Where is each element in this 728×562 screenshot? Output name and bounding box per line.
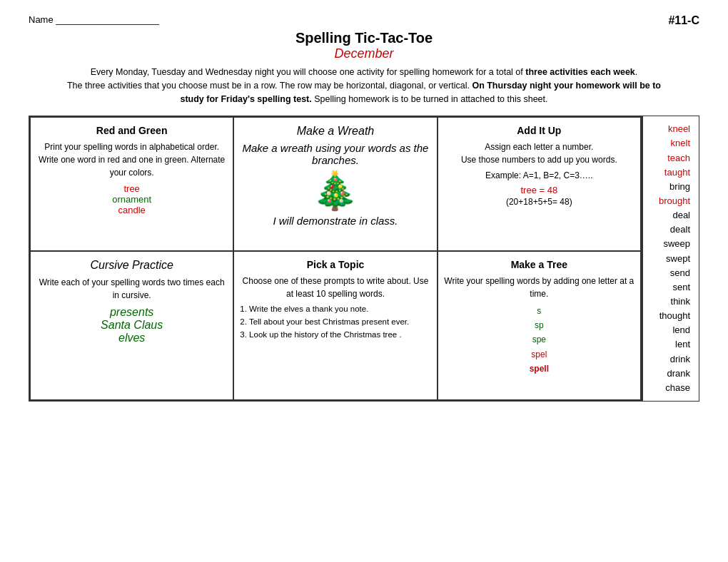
word-list-item: taught [652, 165, 690, 180]
tree-building-words: s sp spe spel spell [444, 305, 635, 376]
cell-make-wreath: Make a Wreath Make a wreath using your w… [233, 117, 437, 251]
word-list-item: dealt [652, 223, 690, 237]
word-list-item: deal [652, 208, 690, 223]
word-list-item: sent [652, 280, 690, 295]
word-list-item: swept [652, 252, 690, 266]
cell-cursive-practice: Cursive Practice Write each of your spel… [30, 251, 233, 400]
word-list-item: knelt [652, 136, 690, 150]
word-list-item: brought [652, 194, 690, 208]
cell1-body: Print your spelling words in alphabetica… [36, 140, 227, 179]
instruction-line2: The three activities that you choose mus… [67, 81, 661, 104]
cell2-body: I will demonstrate in class. [240, 215, 430, 227]
cell-add-it-up: Add It Up Assign each letter a number. U… [438, 117, 641, 251]
cell4-title: Cursive Practice [36, 259, 227, 272]
tree-s: s [537, 305, 541, 318]
word-list-item: bring [652, 180, 690, 194]
cell6-title: Make a Tree [444, 259, 635, 270]
cell4-word3: elves [36, 332, 227, 344]
word-list-item: send [652, 266, 690, 280]
assignment-id: #11-C [668, 14, 699, 27]
cell-make-tree: Make a Tree Write your spelling words by… [438, 251, 641, 400]
cell3-tree-eq: tree = 48 [444, 185, 635, 195]
tree-spell: spell [530, 362, 549, 376]
cell1-title: Red and Green [36, 125, 227, 136]
cell6-body: Write your spelling words by adding one … [444, 275, 635, 300]
wreath-icon: 🎄 [240, 172, 430, 209]
cell3-title: Add It Up [444, 125, 635, 136]
cell-pick-topic: Pick a Topic Choose one of these prompts… [233, 251, 437, 400]
tree-spe: spe [532, 333, 546, 347]
cell5-item3: 3. Look up the history of the Christmas … [240, 329, 430, 342]
name-line: Name ____________________ [29, 14, 159, 25]
instruction-line1: Every Monday, Tuesday and Wednesday nigh… [91, 67, 638, 77]
cell2-title2: Make a wreath using your words as the br… [240, 142, 430, 166]
word-list-item: kneel [652, 122, 690, 136]
word-list-item: sweep [652, 237, 690, 251]
word-list-item: drank [652, 367, 690, 381]
activity-grid: Red and Green Print your spelling words … [29, 116, 642, 402]
word-list: kneelkneltteachtaughtbringbroughtdealdea… [642, 116, 699, 402]
cell5-body: Choose one of these prompts to write abo… [240, 275, 430, 300]
word-list-item: think [652, 295, 690, 309]
cell1-word3: candle [36, 205, 227, 215]
cell3-body2: Use those numbers to add up you words. [444, 153, 635, 166]
cell5-item1: 1. Write the elves a thank you note. [240, 303, 430, 316]
word-list-item: lent [652, 337, 690, 352]
word-list-item: lend [652, 323, 690, 337]
word-list-item: drink [652, 352, 690, 367]
cell5-list: 1. Write the elves a thank you note. 2. … [240, 303, 430, 341]
cell4-body: Write each of your spelling words two ti… [36, 276, 227, 302]
cell2-title1: Make a Wreath [240, 125, 430, 138]
word-list-item: teach [652, 151, 690, 165]
subtitle: December [29, 46, 699, 61]
cell3-body1: Assign each letter a number. [444, 140, 635, 153]
cell-red-green: Red and Green Print your spelling words … [30, 117, 233, 251]
tree-spel: spel [531, 348, 547, 362]
cell5-item2: 2. Tell about your best Christmas presen… [240, 316, 430, 329]
cell5-title: Pick a Topic [240, 259, 430, 270]
cell1-word2: ornament [36, 194, 227, 205]
word-list-item: chase [652, 381, 690, 395]
cell4-word1: presents [36, 306, 227, 319]
instructions-block: Every Monday, Tuesday and Wednesday nigh… [57, 66, 671, 106]
tree-sp: sp [535, 319, 544, 332]
cell1-word1: tree [36, 183, 227, 194]
cell3-calc: (20+18+5+5= 48) [444, 195, 635, 208]
word-list-item: thought [652, 309, 690, 323]
cell3-example: Example: A=1, B=2, C=3….. [444, 169, 635, 182]
main-title: Spelling Tic-Tac-Toe [29, 30, 699, 46]
cell4-word2: Santa Claus [36, 319, 227, 332]
